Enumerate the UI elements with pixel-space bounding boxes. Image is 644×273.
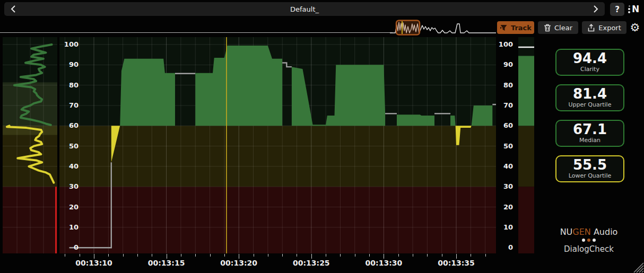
y-axis-tick-label: 30 [55, 182, 79, 190]
nugen-audio-wordmark: NUGEN Audio [546, 227, 631, 237]
y-axis-tick-label: 10 [493, 223, 513, 231]
time-tick [137, 254, 138, 257]
time-tick [456, 254, 457, 259]
nugen-dots-icon [628, 5, 630, 13]
y-axis-labels-left: 1009080706050403020100 [55, 37, 79, 253]
y-axis-tick-label: 60 [55, 121, 79, 129]
time-tick [181, 254, 181, 257]
time-tick [254, 254, 254, 257]
preset-next-button[interactable] [587, 2, 605, 16]
y-axis-tick-label: 100 [55, 40, 79, 48]
time-tick [282, 254, 283, 257]
median-stat-box: 67.1 Median [555, 120, 624, 147]
help-label: ? [615, 5, 620, 14]
track-toggle-button[interactable]: Track [497, 21, 534, 34]
trash-icon [544, 24, 551, 32]
nugen-logo-button[interactable]: N [628, 3, 642, 16]
clear-button[interactable]: Clear [538, 21, 578, 34]
wordmark-gen: GEN [572, 227, 590, 237]
clarity-timeline-plot[interactable] [59, 37, 496, 253]
time-tick [123, 254, 124, 257]
gear-glyph: ⚙ [630, 21, 640, 34]
time-tick [195, 254, 196, 257]
overview-baseline [0, 32, 393, 33]
y-axis-tick-label: 90 [493, 60, 513, 68]
time-tick [210, 254, 211, 257]
time-tick [224, 254, 225, 257]
export-label: Export [598, 24, 621, 32]
time-tick [384, 254, 384, 259]
help-button[interactable]: ? [610, 3, 624, 16]
time-tick [65, 254, 65, 257]
nugen-n-letter: N [632, 3, 639, 16]
y-axis-tick-label: 20 [55, 203, 79, 211]
time-tick-label: 00:13:15 [143, 259, 190, 267]
clarity-distribution-panel [3, 37, 57, 253]
clarity-stat-box: 94.4 Clarity [555, 49, 624, 76]
track-label: Track [511, 24, 532, 32]
time-tick [108, 254, 109, 257]
preset-titlebar: Default_ [4, 2, 605, 16]
y-axis-tick-label: 40 [55, 162, 79, 170]
y-axis-tick-label: 80 [55, 81, 79, 89]
time-tick [152, 254, 152, 257]
time-tick [427, 254, 428, 257]
y-axis-tick-label: 50 [493, 142, 513, 150]
y-axis-tick-label: 100 [493, 40, 513, 48]
time-tick [471, 254, 471, 257]
time-tick [297, 254, 297, 257]
time-tick [94, 254, 94, 259]
median-value: 67.1 [556, 121, 623, 137]
time-tick [398, 254, 399, 257]
time-tick-label: 00:13:35 [432, 259, 480, 267]
clear-label: Clear [554, 24, 572, 32]
y-axis-tick-label: 70 [493, 101, 513, 109]
export-button[interactable]: Export [582, 21, 626, 34]
upper-quartile-value: 81.4 [556, 86, 623, 102]
time-tick-label: 00:13:30 [360, 259, 407, 267]
time-tick [442, 254, 442, 257]
resize-handle[interactable] [629, 258, 644, 273]
median-label: Median [556, 137, 623, 143]
dialogcheck-window: Default_ ? N Track Clear Expo [0, 0, 644, 273]
time-tick [80, 254, 80, 257]
y-axis-tick-label: 0 [493, 243, 513, 251]
time-tick-label: 00:13:25 [288, 259, 335, 267]
clarity-label: Clarity [556, 66, 623, 72]
time-axis: 00:13:1000:13:1500:13:2000:13:2500:13:30… [59, 253, 496, 273]
upper-quartile-stat-box: 81.4 Upper Quartile [555, 84, 624, 111]
time-tick [340, 254, 341, 257]
time-tick-label: 00:13:20 [215, 259, 263, 267]
settings-gear-icon[interactable]: ⚙ [628, 21, 642, 34]
time-tick-label: 00:13:10 [70, 259, 118, 267]
y-axis-tick-label: 20 [493, 203, 513, 211]
y-axis-tick-label: 50 [55, 142, 79, 150]
y-axis-tick-label: 0 [55, 243, 79, 251]
upper-quartile-label: Upper Quartile [556, 102, 623, 108]
track-icon [500, 24, 508, 32]
time-tick [167, 254, 167, 259]
time-tick [268, 254, 268, 257]
y-axis-tick-label: 90 [55, 60, 79, 68]
y-axis-labels-right: 1009080706050403020100 [493, 37, 513, 253]
time-tick [239, 254, 239, 259]
overview-highlight-region[interactable] [396, 21, 420, 35]
export-icon [587, 24, 595, 32]
product-name: DialogCheck [546, 244, 631, 254]
time-tick [311, 254, 312, 259]
preset-name: Default_ [4, 5, 605, 13]
wordmark-nu: NU [560, 227, 573, 237]
overview-waveform[interactable] [390, 20, 496, 36]
clarity-value: 94.4 [556, 50, 623, 66]
time-tick [413, 254, 413, 257]
y-axis-tick-label: 30 [493, 182, 513, 190]
y-axis-tick-label: 40 [493, 162, 513, 170]
wordmark-audio: Audio [591, 227, 618, 237]
y-axis-tick-label: 60 [493, 121, 513, 129]
y-axis-tick-label: 70 [55, 101, 79, 109]
lower-quartile-stat-box: 55.5 Lower Quartile [555, 155, 624, 182]
y-axis-tick-label: 10 [55, 223, 79, 231]
chevron-right-icon [593, 5, 598, 13]
time-tick [326, 254, 326, 257]
branding-block: NUGEN Audio DialogCheck [546, 227, 631, 254]
